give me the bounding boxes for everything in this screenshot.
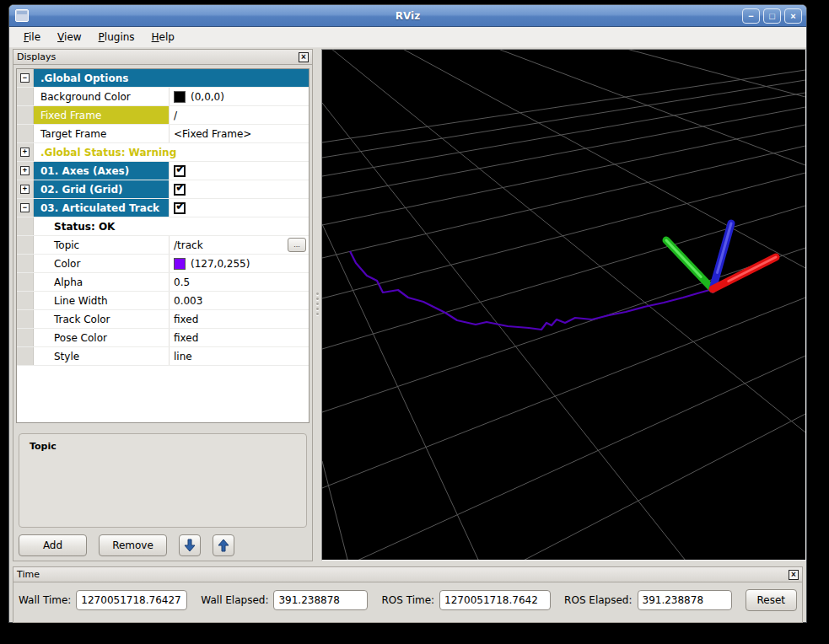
enabled-checkbox[interactable]: ✔ xyxy=(174,184,186,196)
panel-splitter[interactable] xyxy=(313,49,321,559)
time-field-label: Wall Elapsed: xyxy=(201,594,268,606)
property-label[interactable]: Line Width xyxy=(34,292,170,309)
menu-mnemonic: F xyxy=(24,31,29,43)
desktop: RViz −□× FileViewPluginsHelp Displays × … xyxy=(0,0,829,644)
property-value[interactable]: <Fixed Frame> xyxy=(170,125,309,142)
grid-line xyxy=(322,107,805,198)
close-button[interactable]: × xyxy=(784,8,802,24)
check-icon: ✔ xyxy=(175,180,186,194)
browse-button[interactable]: ... xyxy=(288,238,306,252)
property-label[interactable]: Pose Color xyxy=(34,329,170,346)
displays-close-icon[interactable]: × xyxy=(299,52,309,62)
property-label[interactable]: Color xyxy=(34,255,170,272)
time-panel-header[interactable]: Time × xyxy=(13,567,802,582)
reset-button[interactable]: Reset xyxy=(746,589,798,611)
time-fields-row: Wall Time:1270051718.76427Wall Elapsed:3… xyxy=(19,589,797,611)
global-status-warning-label[interactable]: .Global Status: Warning xyxy=(34,143,309,161)
minimize-button[interactable]: − xyxy=(742,8,760,24)
enabled-checkbox[interactable]: ✔ xyxy=(174,165,186,177)
property-value[interactable]: (127,0,255) xyxy=(170,255,309,272)
menu-item-help[interactable]: Help xyxy=(144,29,182,46)
property-value-text: <Fixed Frame> xyxy=(174,128,251,140)
displays-panel-title: Displays xyxy=(17,51,299,62)
maximize-button[interactable]: □ xyxy=(763,8,781,24)
menu-item-plugins[interactable]: Plugins xyxy=(91,29,143,46)
tree-row[interactable]: Topic/track... xyxy=(17,236,309,255)
tree-row[interactable]: Alpha0.5 xyxy=(17,273,309,292)
tree-row[interactable]: Line Width0.003 xyxy=(17,292,309,310)
time-field-value[interactable]: 1270051718.76427 xyxy=(76,590,187,610)
tree-row[interactable]: Target Frame<Fixed Frame> xyxy=(17,125,309,143)
property-label[interactable]: Target Frame xyxy=(34,125,170,142)
property-value[interactable]: / xyxy=(170,106,309,124)
tree-row-gutter xyxy=(17,217,34,235)
tree-row[interactable]: −.Global Options xyxy=(17,69,309,88)
property-label[interactable]: Background Color xyxy=(34,88,170,105)
grid-line xyxy=(322,80,805,158)
property-label[interactable]: Track Color xyxy=(34,310,170,328)
menu-item-view[interactable]: View xyxy=(50,29,89,46)
display-category-label[interactable]: 01. Axes (Axes) xyxy=(34,162,170,180)
move-up-button[interactable] xyxy=(213,534,234,556)
tree-row-gutter xyxy=(17,88,34,105)
collapse-icon[interactable]: − xyxy=(20,203,30,212)
add-button[interactable]: Add xyxy=(19,534,87,556)
enabled-checkbox[interactable]: ✔ xyxy=(174,202,186,214)
tree-row-gutter xyxy=(17,236,34,254)
time-field-value[interactable]: 391.238878 xyxy=(638,590,732,610)
display-category-value: ✔ xyxy=(170,180,309,198)
tree-row-gutter xyxy=(17,273,34,291)
time-field-value[interactable]: 1270051718.7642 xyxy=(439,590,551,610)
grid-line xyxy=(322,93,805,176)
expand-icon[interactable]: + xyxy=(20,185,30,194)
property-value[interactable]: line xyxy=(170,347,309,365)
property-label[interactable]: Alpha xyxy=(34,273,170,291)
property-value[interactable]: 0.003 xyxy=(170,292,309,309)
tree-row[interactable]: Fixed Frame/ xyxy=(17,106,309,125)
property-value[interactable]: fixed xyxy=(170,329,309,346)
property-value-text: fixed xyxy=(174,332,198,344)
grid-line xyxy=(322,356,805,560)
property-value-text: 0.003 xyxy=(174,295,202,307)
tree-row[interactable]: Background Color(0,0,0) xyxy=(17,88,309,106)
tree-row[interactable]: +01. Axes (Axes)✔ xyxy=(17,162,309,180)
displays-panel-header[interactable]: Displays × xyxy=(13,50,312,65)
display-category-label[interactable]: 03. Articulated Track xyxy=(34,199,170,217)
topic-groupbox-title: Topic xyxy=(30,441,57,452)
title-bar[interactable]: RViz −□× xyxy=(9,5,806,27)
property-label[interactable]: Topic xyxy=(34,236,170,254)
tree-row[interactable]: Styleline xyxy=(17,347,309,366)
displays-tree: −.Global OptionsBackground Color(0,0,0)F… xyxy=(16,68,310,423)
color-swatch xyxy=(174,91,186,103)
collapse-icon[interactable]: − xyxy=(20,73,30,83)
menu-item-file[interactable]: File xyxy=(16,29,48,46)
move-down-button[interactable] xyxy=(179,534,201,556)
display-category-label[interactable]: 02. Grid (Grid) xyxy=(34,180,170,198)
tree-row[interactable]: Status: OK xyxy=(17,217,309,236)
property-value-text: (0,0,0) xyxy=(191,91,224,103)
tree-row[interactable]: −03. Articulated Track✔ xyxy=(17,199,309,217)
property-value[interactable]: fixed xyxy=(170,310,309,328)
property-label[interactable]: Style xyxy=(34,347,170,365)
tree-row[interactable]: Color(127,0,255) xyxy=(17,255,309,273)
tree-row[interactable]: Pose Colorfixed xyxy=(17,329,309,347)
tree-row[interactable]: Track Colorfixed xyxy=(17,310,309,329)
property-value-text: /track xyxy=(174,239,203,251)
property-value-text: 0.5 xyxy=(174,276,190,288)
topic-groupbox: Topic xyxy=(19,433,307,528)
time-close-icon[interactable]: × xyxy=(789,570,799,580)
property-value[interactable]: (0,0,0) xyxy=(170,88,309,105)
time-field-value[interactable]: 391.238878 xyxy=(273,590,368,610)
property-value[interactable]: /track... xyxy=(170,236,309,254)
render-viewport-3d[interactable] xyxy=(321,49,806,561)
property-value[interactable]: 0.5 xyxy=(170,273,309,291)
tree-row[interactable]: +.Global Status: Warning xyxy=(17,143,309,162)
property-value-text: fixed xyxy=(174,314,198,325)
menu-mnemonic: V xyxy=(57,31,64,43)
tree-row[interactable]: +02. Grid (Grid)✔ xyxy=(17,180,309,199)
remove-button[interactable]: Remove xyxy=(99,534,167,556)
display-category-label[interactable]: .Global Options xyxy=(34,69,309,87)
property-label[interactable]: Fixed Frame xyxy=(34,106,170,124)
expand-icon[interactable]: + xyxy=(20,166,30,175)
expand-icon[interactable]: + xyxy=(20,148,30,157)
